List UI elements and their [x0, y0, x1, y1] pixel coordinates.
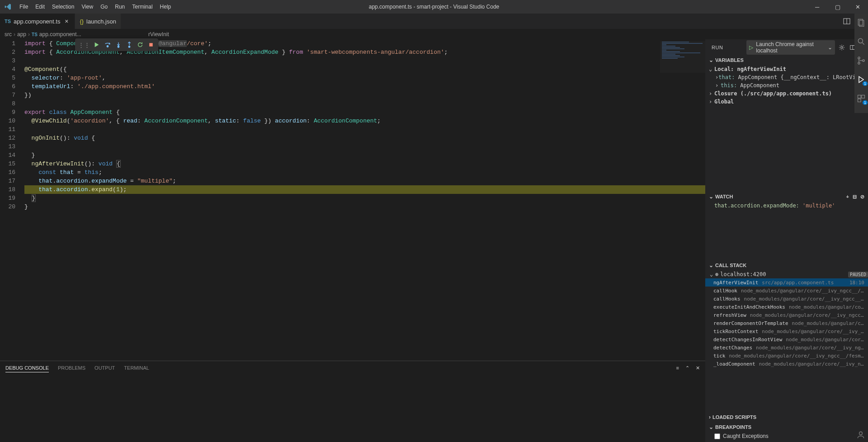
tab-label: app.component.ts: [14, 18, 60, 25]
line-gutter: 1 2 3 4 5 6 7 8 9 10 11 12 13 14 15 16 1…: [0, 39, 21, 361]
chevron-down-icon: [709, 424, 713, 430]
menu-run[interactable]: Run: [111, 0, 128, 14]
chevron-right-icon: [715, 82, 721, 89]
tab-app-component[interactable]: TS app.component.ts ×: [0, 14, 75, 29]
add-icon[interactable]: +: [846, 194, 849, 200]
panel-tab-problems[interactable]: PROBLEMS: [58, 364, 85, 372]
menu-go[interactable]: Go: [97, 0, 111, 14]
gear-icon[interactable]: [839, 44, 845, 51]
panel-tab-terminal[interactable]: TERMINAL: [124, 364, 149, 372]
breadcrumb-trailing: rViewInit: [148, 31, 169, 38]
variables-header[interactable]: VARIABLES: [705, 55, 868, 65]
vscode-logo-icon: [0, 3, 16, 10]
caught-exceptions-checkbox[interactable]: [714, 433, 720, 439]
code-editor[interactable]: 1 2 3 4 5 6 7 8 9 10 11 12 13 14 15 16 1…: [0, 39, 705, 361]
breadcrumb[interactable]: src › app › TS app.component... rViewIni…: [0, 29, 868, 39]
stack-frame[interactable]: refreshViewnode_modules/@angular/core/__…: [705, 311, 868, 319]
minimize-button[interactable]: ─: [807, 0, 827, 14]
callstack-header[interactable]: CALL STACK: [705, 260, 868, 270]
svg-point-16: [858, 62, 860, 64]
menu-file[interactable]: File: [16, 0, 32, 14]
maximize-button[interactable]: ▢: [827, 0, 848, 14]
svg-line-14: [863, 43, 864, 45]
collapse-all-icon[interactable]: ⊟: [853, 194, 857, 200]
svg-point-8: [841, 46, 843, 48]
thread[interactable]: ⊛ localhost:4200 PAUSED: [705, 270, 868, 278]
json-icon: {}: [80, 18, 84, 25]
grip-icon[interactable]: ⋮⋮: [77, 42, 91, 48]
launch-config-select[interactable]: ▷ Launch Chrome against localhost ⌄: [746, 40, 835, 55]
debug-sidebar: RUN ▷ Launch Chrome against localhost ⌄ …: [705, 39, 868, 442]
close-panel-icon[interactable]: ✕: [696, 365, 700, 371]
panel-tab-debug-console[interactable]: DEBUG CONSOLE: [5, 364, 49, 372]
breakpoints-header[interactable]: BREAKPOINTS: [705, 422, 868, 432]
step-out-button[interactable]: [124, 40, 134, 50]
close-button[interactable]: ✕: [848, 0, 868, 14]
debug-toolbar[interactable]: ⋮⋮: [75, 38, 158, 51]
scope-local[interactable]: Local: ngAfterViewInit: [705, 65, 868, 73]
source-control-icon[interactable]: [856, 55, 867, 66]
menu-selection[interactable]: Selection: [48, 0, 78, 14]
loaded-scripts-header[interactable]: LOADED SCRIPTS: [705, 412, 868, 422]
typescript-icon: TS: [5, 19, 11, 24]
step-into-button[interactable]: [113, 40, 123, 50]
window-controls: ─ ▢ ✕: [807, 0, 868, 14]
split-editor-icon[interactable]: [843, 18, 850, 25]
run-header: RUN ▷ Launch Chrome against localhost ⌄ …: [705, 39, 868, 55]
menu-edit[interactable]: Edit: [32, 0, 48, 14]
stack-frame[interactable]: detectChangesInRootViewnode_modules/@ang…: [705, 335, 868, 343]
tab-launch-json[interactable]: {} launch.json: [75, 14, 121, 29]
run-debug-icon[interactable]: 1: [856, 74, 867, 85]
stack-frame[interactable]: tickRootContextnode_modules/@angular/cor…: [705, 327, 868, 335]
extensions-icon[interactable]: 1: [856, 93, 867, 104]
menu-help[interactable]: Help: [156, 0, 175, 14]
title-bar: File Edit Selection View Go Run Terminal…: [0, 0, 868, 14]
stack-frame[interactable]: callHooksnode_modules/@angular/core/__iv…: [705, 295, 868, 303]
breadcrumb-part[interactable]: app: [17, 31, 26, 38]
scope-global[interactable]: Global: [705, 98, 868, 106]
bug-icon: ⊛: [715, 271, 718, 277]
code-content[interactable]: import { Component, ViewChild } from '@a…: [21, 39, 705, 361]
bottom-panel: DEBUG CONSOLE PROBLEMS OUTPUT TERMINAL ≡…: [0, 361, 705, 442]
variable-this[interactable]: this: AppComponent: [705, 81, 868, 89]
chevron-right-icon: [709, 90, 714, 97]
tab-label: launch.json: [86, 18, 116, 25]
explorer-icon[interactable]: [856, 17, 867, 28]
scope-closure[interactable]: Closure (./src/app/app.component.ts): [705, 89, 868, 98]
account-icon[interactable]: [856, 430, 865, 439]
watch-header[interactable]: WATCH + ⊟ ⊘: [705, 192, 868, 202]
search-icon[interactable]: [856, 36, 867, 47]
menu-bar: File Edit Selection View Go Run Terminal…: [16, 0, 175, 14]
watch-expression[interactable]: that.accordion.expandMode: 'multiple': [705, 202, 868, 210]
stack-frame[interactable]: callHooknode_modules/@angular/core/__ivy…: [705, 287, 868, 295]
minimap[interactable]: [660, 41, 705, 73]
breadcrumb-part[interactable]: src: [5, 31, 12, 38]
launch-config-label: Launch Chrome against localhost: [756, 41, 825, 54]
chevron-down-icon: ⌄: [828, 44, 832, 51]
restart-button[interactable]: [135, 40, 145, 50]
close-icon[interactable]: ×: [63, 18, 70, 25]
stack-frame[interactable]: ngAfterViewInitsrc/app/app.component.ts1…: [705, 278, 868, 287]
editor-tabs: TS app.component.ts × {} launch.json ⋯: [0, 14, 868, 29]
menu-terminal[interactable]: Terminal: [128, 0, 156, 14]
stop-button[interactable]: [146, 40, 156, 50]
filter-icon[interactable]: ≡: [676, 365, 679, 371]
panel-tab-output[interactable]: OUTPUT: [94, 364, 115, 372]
chevron-right-icon: [709, 414, 711, 420]
stack-frame[interactable]: ticknode_modules/@angular/core/__ivy_ngc…: [705, 352, 868, 360]
caught-exceptions-row[interactable]: Caught Exceptions: [705, 432, 868, 440]
breadcrumb-part[interactable]: app.component...: [39, 31, 81, 38]
svg-point-2: [107, 46, 108, 47]
continue-button[interactable]: [92, 40, 102, 50]
remove-all-icon[interactable]: ⊘: [860, 194, 864, 200]
stack-frame[interactable]: renderComponentOrTemplatenode_modules/@a…: [705, 319, 868, 327]
stack-frame[interactable]: detectChangesnode_modules/@angular/core/…: [705, 343, 868, 352]
variable-that[interactable]: that: AppComponent {__ngContext__: LRoot…: [705, 73, 868, 81]
step-over-button[interactable]: [103, 40, 113, 50]
stack-frame[interactable]: _loadComponentnode_modules/@angular/core…: [705, 360, 868, 368]
chevron-up-icon[interactable]: ⌃: [685, 365, 689, 371]
chevron-right-icon: ›: [14, 31, 15, 38]
svg-point-4: [118, 46, 119, 48]
menu-view[interactable]: View: [78, 0, 97, 14]
stack-frame[interactable]: executeInitAndCheckHooksnode_modules/@an…: [705, 303, 868, 311]
